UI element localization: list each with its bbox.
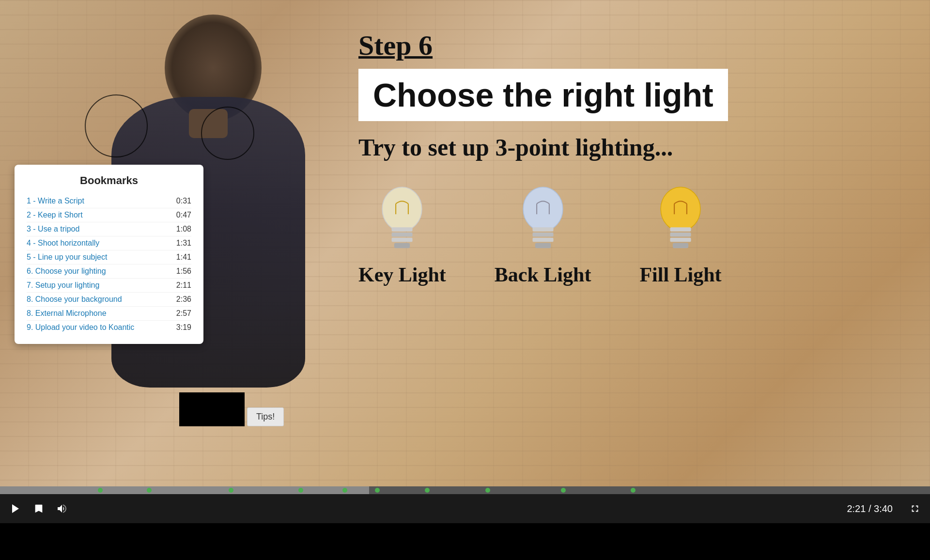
bookmark-link[interactable]: 4 - Shoot horizontally	[27, 239, 99, 248]
time-separator: /	[868, 503, 874, 514]
svg-point-0	[382, 187, 422, 231]
progress-dot	[298, 488, 303, 493]
black-box	[179, 392, 245, 426]
progress-bar[interactable]	[0, 486, 930, 494]
svg-point-7	[523, 187, 563, 231]
svg-rect-19	[670, 238, 691, 242]
progress-dot	[561, 488, 566, 493]
bookmark-item[interactable]: 7. Setup your lighting2:11	[27, 279, 191, 293]
progress-dot	[98, 488, 103, 493]
fill-light-bulb	[651, 186, 710, 253]
svg-rect-3	[392, 227, 413, 232]
time-display: 2:21 / 3:40	[847, 503, 893, 514]
bookmarks-panel: Bookmarks 1 - Write a Script0:312 - Keep…	[15, 165, 203, 344]
right-content-area: Step 6 Choose the right light Try to set…	[358, 29, 920, 286]
svg-rect-11	[532, 233, 553, 237]
bookmark-link[interactable]: 1 - Write a Script	[27, 197, 84, 205]
bookmark-link[interactable]: 6. Choose your lighting	[27, 267, 106, 276]
svg-rect-6	[394, 243, 410, 248]
svg-marker-21	[12, 504, 19, 513]
bookmark-time: 2:57	[176, 309, 191, 318]
key-light-label: Key Light	[358, 263, 446, 286]
progress-dot	[342, 488, 347, 493]
svg-rect-10	[532, 227, 553, 232]
bookmark-time: 1:56	[176, 267, 191, 276]
bookmark-time: 2:11	[176, 281, 191, 290]
back-light-label: Back Light	[495, 263, 591, 286]
bookmark-time: 1:41	[176, 253, 191, 262]
fullscreen-button[interactable]	[907, 501, 923, 516]
current-time: 2:21	[847, 503, 866, 514]
bookmark-item[interactable]: 2 - Keep it Short0:47	[27, 208, 191, 222]
bookmark-item[interactable]: 8. Choose your background2:36	[27, 293, 191, 307]
bookmark-item[interactable]: 4 - Shoot horizontally1:31	[27, 236, 191, 250]
bookmark-time: 0:47	[176, 211, 191, 219]
bookmark-link[interactable]: 2 - Keep it Short	[27, 211, 83, 219]
svg-rect-18	[670, 233, 691, 237]
step-title: Step 6	[358, 29, 920, 62]
video-background: Bookmarks 1 - Write a Script0:312 - Keep…	[0, 0, 930, 523]
bookmark-time: 0:31	[176, 197, 191, 205]
key-light-item: Key Light	[358, 186, 446, 286]
bookmark-link[interactable]: 9. Upload your video to Koantic	[27, 323, 134, 332]
bookmark-item[interactable]: 8. External Microphone2:57	[27, 307, 191, 321]
bookmark-time: 2:36	[176, 295, 191, 304]
lights-row: Key Light Back Light	[358, 186, 920, 286]
circle-annotation-right	[201, 107, 254, 160]
main-heading: Choose the right light	[373, 76, 713, 114]
bookmark-link[interactable]: 8. Choose your background	[27, 295, 122, 304]
fill-light-item: Fill Light	[639, 186, 721, 286]
svg-rect-13	[535, 243, 550, 248]
bookmark-item[interactable]: 6. Choose your lighting1:56	[27, 264, 191, 279]
bookmark-link[interactable]: 3 - Use a tripod	[27, 225, 79, 233]
progress-dot	[147, 488, 152, 493]
progress-dot	[631, 488, 636, 493]
key-light-bulb	[373, 186, 431, 253]
progress-dot	[485, 488, 490, 493]
svg-point-14	[661, 187, 700, 231]
bookmarks-title: Bookmarks	[27, 174, 191, 187]
heading-box: Choose the right light	[358, 69, 728, 121]
bookmarks-list: 1 - Write a Script0:312 - Keep it Short0…	[27, 194, 191, 334]
svg-rect-17	[670, 227, 691, 232]
back-light-bulb	[514, 186, 572, 253]
svg-rect-5	[392, 238, 413, 242]
bookmark-item[interactable]: 3 - Use a tripod1:08	[27, 222, 191, 236]
svg-rect-20	[673, 243, 688, 248]
controls-bar: 2:21 / 3:40	[0, 486, 930, 523]
progress-fill	[0, 486, 369, 494]
total-time: 3:40	[874, 503, 893, 514]
video-player: Bookmarks 1 - Write a Script0:312 - Keep…	[0, 0, 930, 523]
tips-button[interactable]: Tips!	[247, 407, 284, 426]
bookmark-item[interactable]: 9. Upload your video to Koantic3:19	[27, 321, 191, 334]
playback-controls: 2:21 / 3:40	[0, 494, 930, 523]
progress-dot	[425, 488, 430, 493]
bookmark-button[interactable]	[31, 501, 46, 516]
bookmark-item[interactable]: 1 - Write a Script0:31	[27, 194, 191, 208]
volume-button[interactable]	[54, 500, 70, 517]
svg-rect-4	[392, 233, 413, 237]
play-button[interactable]	[7, 500, 24, 517]
back-light-item: Back Light	[495, 186, 591, 286]
tagline-text: Try to set up 3-point lighting...	[358, 133, 920, 161]
bookmark-link[interactable]: 5 - Line up your subject	[27, 253, 107, 262]
svg-rect-12	[532, 238, 553, 242]
fill-light-label: Fill Light	[639, 263, 721, 286]
progress-dot	[375, 488, 380, 493]
bookmark-link[interactable]: 8. External Microphone	[27, 309, 107, 318]
progress-dot	[229, 488, 233, 493]
bookmark-time: 1:08	[176, 225, 191, 233]
bookmark-link[interactable]: 7. Setup your lighting	[27, 281, 99, 290]
bookmark-time: 1:31	[176, 239, 191, 248]
bookmark-item[interactable]: 5 - Line up your subject1:41	[27, 250, 191, 264]
circle-annotation-left	[85, 94, 148, 157]
bookmark-time: 3:19	[176, 323, 191, 332]
